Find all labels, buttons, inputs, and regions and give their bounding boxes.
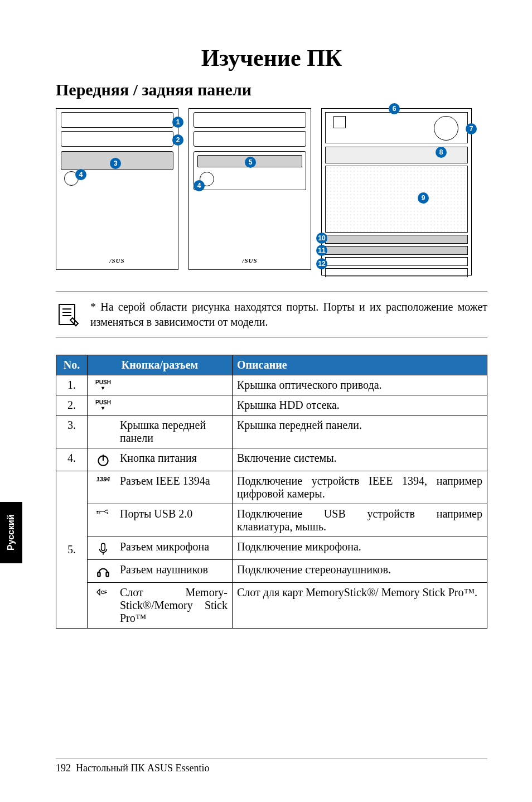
row2-desc: Крышка HDD отсека. bbox=[233, 395, 487, 416]
row4-desc: Включение системы. bbox=[233, 448, 487, 471]
callout-7: 7 bbox=[466, 123, 477, 134]
g5-4-desc: Слот для карт MemoryStick®/ Memory Stick… bbox=[233, 583, 487, 629]
callout-8: 8 bbox=[436, 147, 447, 158]
headphones-icon bbox=[96, 564, 110, 579]
asus-logo-2: /SUS bbox=[242, 257, 257, 264]
row4-no: 4. bbox=[56, 448, 88, 471]
g5-1-label: Порты USB 2.0 bbox=[120, 508, 192, 520]
page-footer: 192 Настольный ПК ASUS Essentio bbox=[56, 758, 487, 774]
callout-6: 6 bbox=[389, 103, 400, 114]
callout-3: 3 bbox=[110, 158, 121, 169]
ieee1394-icon: 1394 bbox=[96, 476, 110, 482]
mic-icon bbox=[96, 542, 110, 556]
row1-desc: Крышка оптического привода. bbox=[233, 375, 487, 395]
asus-logo: /SUS bbox=[109, 257, 124, 264]
g5-0-label: Разъем IEEE 1394a bbox=[120, 475, 210, 487]
cf-card-icon: CF bbox=[96, 587, 110, 597]
g5-1-desc: Подключение USB устройств например клави… bbox=[233, 504, 487, 537]
note-row: * На серой области рисунка находятся пор… bbox=[56, 291, 487, 338]
svg-text:CF: CF bbox=[101, 590, 108, 595]
svg-marker-8 bbox=[107, 509, 108, 511]
callout-11: 11 bbox=[316, 245, 327, 256]
footer-text: Настольный ПК ASUS Essentio bbox=[76, 762, 209, 774]
diagram-row: 1 2 3 4 /SUS 5 4 /SUS 6 7 8 9 10 11 12 bbox=[56, 108, 487, 276]
ports-table: No. Кнопка/разъем Описание 1. PUSH Крышк… bbox=[56, 355, 487, 629]
push-icon: PUSH bbox=[95, 400, 111, 411]
note-icon bbox=[56, 302, 80, 327]
g5-3-label: Разъем наушников bbox=[120, 563, 208, 576]
callout-9: 9 bbox=[418, 192, 429, 204]
g5-3-desc: Подключение стереонаушников. bbox=[233, 560, 487, 583]
back-panel: 6 7 8 9 10 11 12 bbox=[321, 108, 472, 276]
th-button: Кнопка/разъем bbox=[88, 355, 233, 375]
callout-5: 5 bbox=[245, 157, 256, 168]
g5-4-label: Слот Memory-Stick®/Memory Stick Pro™ bbox=[120, 586, 228, 625]
power-icon bbox=[96, 453, 110, 467]
svg-text:2.0: 2.0 bbox=[96, 512, 100, 515]
svg-rect-13 bbox=[98, 572, 100, 577]
note-text: * На серой области рисунка находятся пор… bbox=[90, 299, 487, 330]
th-desc: Описание bbox=[233, 355, 487, 375]
g5-0-desc: Подключение устройств IEEE 1394, наприме… bbox=[233, 471, 487, 504]
g5-2-desc: Подключение микрофона. bbox=[233, 537, 487, 560]
row4-label: Кнопка питания bbox=[120, 452, 197, 465]
row1-no: 1. bbox=[56, 375, 88, 395]
language-tab: Русский bbox=[0, 502, 22, 563]
callout-1: 1 bbox=[172, 117, 183, 128]
front-panel-closed: 1 2 3 4 /SUS bbox=[56, 108, 178, 270]
callout-12: 12 bbox=[316, 258, 327, 269]
row3-label: Крышка передней панели bbox=[120, 419, 228, 445]
row2-no: 2. bbox=[56, 395, 88, 416]
row3-no: 3. bbox=[56, 416, 88, 448]
page-title: Изучение ПК bbox=[56, 45, 487, 71]
svg-point-9 bbox=[107, 512, 108, 514]
row3-desc: Крышка передней панели. bbox=[233, 416, 487, 448]
callout-10: 10 bbox=[316, 233, 327, 244]
row5-no: 5. bbox=[56, 471, 88, 629]
svg-rect-14 bbox=[106, 572, 108, 577]
callout-2: 2 bbox=[172, 134, 183, 146]
push-icon: PUSH bbox=[95, 380, 111, 391]
callout-4b: 4 bbox=[194, 180, 205, 191]
th-no: No. bbox=[56, 355, 88, 375]
svg-rect-11 bbox=[101, 543, 105, 550]
callout-4a: 4 bbox=[75, 169, 86, 180]
section-title: Передняя / задняя панели bbox=[56, 80, 487, 99]
page-number: 192 bbox=[56, 762, 71, 774]
usb-icon: 2.0 bbox=[96, 509, 110, 514]
front-panel-open: 5 4 /SUS bbox=[188, 108, 311, 270]
g5-2-label: Разъем микрофона bbox=[120, 540, 209, 553]
